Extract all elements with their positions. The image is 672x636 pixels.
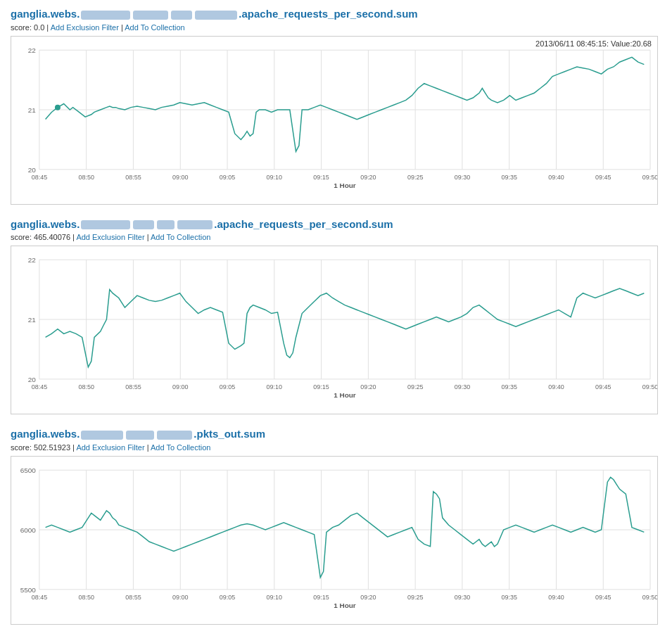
redacted-text: [81, 220, 130, 229]
x-label: 09:50: [642, 173, 657, 180]
add-exclusion-filter-link[interactable]: Add Exclusion Filter: [76, 233, 144, 241]
metric-title-suffix: .apache_requests_per_second.sum: [239, 8, 417, 20]
x-axis-label: 1 Hour: [334, 181, 356, 189]
x-label: 08:55: [125, 593, 141, 600]
metric-title: ganglia.webs..pkts_out.sum: [11, 427, 661, 441]
redacted-text: [195, 11, 237, 20]
x-label: 09:00: [172, 593, 188, 600]
y-label: 20: [28, 165, 37, 173]
chart-svg: 650060005500 08:4508:5008:5509:0009:0509…: [11, 457, 657, 624]
redacted-text: [81, 431, 123, 440]
x-label: 09:00: [172, 173, 188, 180]
add-exclusion-filter-link[interactable]: Add Exclusion Filter: [76, 443, 144, 452]
x-label: 09:10: [267, 593, 282, 600]
chart-container: 2013/06/11 08:45:15: Value:20.68 222120 …: [11, 36, 658, 205]
x-label: 09:15: [313, 173, 329, 180]
x-label: 09:25: [407, 383, 423, 390]
x-label: 08:45: [32, 173, 47, 180]
x-label: 09:40: [548, 383, 564, 390]
metric-title: ganglia.webs..apache_requests_per_second…: [11, 7, 661, 21]
metric-block-metric3: ganglia.webs..pkts_out.sum score: 502.51…: [11, 427, 661, 625]
x-label: 09:30: [455, 593, 470, 600]
x-label: 08:55: [125, 383, 141, 390]
chart-container: 650060005500 08:4508:5008:5509:0009:0509…: [11, 456, 658, 625]
metric-score: score: 502.51923 | Add Exclusion Filter …: [11, 443, 661, 452]
metric-block-metric1: ganglia.webs..apache_requests_per_second…: [11, 7, 661, 205]
x-label: 09:25: [407, 593, 423, 600]
x-label: 08:50: [78, 593, 94, 600]
chart-tooltip: 2013/06/11 08:45:15: Value:20.68: [535, 39, 652, 48]
x-label: 09:45: [595, 593, 611, 600]
add-to-collection-link[interactable]: Add To Collection: [125, 23, 184, 32]
redacted-text: [157, 220, 175, 229]
y-label: 21: [28, 316, 37, 324]
x-label: 09:45: [595, 383, 611, 390]
x-axis-label: 1 Hour: [334, 391, 356, 399]
add-to-collection-link[interactable]: Add To Collection: [151, 443, 210, 452]
x-label: 09:10: [267, 383, 282, 390]
x-label: 09:35: [501, 383, 516, 390]
x-label: 09:50: [642, 593, 657, 600]
x-label: 09:40: [548, 173, 564, 180]
y-label: 22: [28, 256, 37, 264]
metric-score: score: 465.40076 | Add Exclusion Filter …: [11, 233, 661, 241]
x-label: 09:40: [548, 593, 564, 600]
chart-svg: 222120 08:4508:5008:5509:0009:0509:1009:…: [11, 246, 657, 414]
x-label: 09:05: [220, 173, 235, 180]
x-label: 09:10: [267, 173, 282, 180]
redacted-text: [157, 431, 192, 440]
score-value: 502.51923: [34, 443, 70, 452]
y-label: 22: [28, 46, 37, 54]
x-label: 09:15: [313, 383, 329, 390]
metric-title-prefix: ganglia.webs.: [11, 218, 80, 230]
y-label: 20: [28, 376, 37, 383]
chart-line: [46, 57, 645, 151]
svg-point-17: [55, 104, 61, 110]
y-label: 6500: [20, 466, 37, 474]
metric-title-suffix: .apache_requests_per_second.sum: [214, 218, 393, 230]
metric-title: ganglia.webs..apache_requests_per_second…: [11, 217, 661, 231]
x-label: 09:20: [360, 383, 376, 390]
y-label: 21: [28, 106, 37, 114]
chart-line: [46, 477, 645, 577]
x-label: 09:35: [501, 173, 516, 180]
y-label: 5500: [20, 585, 37, 593]
x-label: 09:05: [220, 593, 235, 600]
x-label: 09:20: [360, 593, 376, 600]
x-axis-label: 1 Hour: [334, 601, 356, 609]
x-label: 09:45: [595, 173, 611, 180]
score-value: 465.40076: [34, 233, 70, 241]
redacted-text: [177, 220, 213, 229]
redacted-text: [133, 11, 168, 20]
metric-title-suffix: .pkts_out.sum: [194, 428, 265, 440]
metric-title-prefix: ganglia.webs.: [11, 8, 80, 20]
x-label: 08:45: [32, 593, 47, 600]
x-label: 09:20: [360, 173, 376, 180]
x-label: 09:35: [501, 593, 516, 600]
score-value: 0.0: [34, 23, 44, 32]
x-label: 09:05: [220, 383, 235, 390]
x-label: 08:45: [32, 383, 47, 390]
redacted-text: [126, 431, 154, 440]
x-label: 08:50: [78, 383, 94, 390]
x-label: 08:50: [78, 173, 94, 180]
chart-container: 222120 08:4508:5008:5509:0009:0509:1009:…: [11, 246, 658, 414]
x-label: 09:25: [407, 173, 423, 180]
chart-svg: 222120 08:4508:5008:5509:0009:0509:1009:…: [11, 37, 657, 204]
x-label: 09:30: [455, 383, 470, 390]
x-label: 08:55: [125, 173, 141, 180]
redacted-text: [81, 11, 130, 20]
redacted-text: [171, 11, 192, 20]
x-label: 09:50: [642, 383, 657, 390]
x-label: 09:30: [455, 173, 470, 180]
chart-line: [46, 288, 645, 367]
metric-score: score: 0.0 | Add Exclusion Filter | Add …: [11, 23, 661, 32]
y-label: 6000: [20, 526, 37, 534]
add-to-collection-link[interactable]: Add To Collection: [151, 233, 210, 241]
redacted-text: [133, 220, 154, 229]
metric-title-prefix: ganglia.webs.: [11, 428, 80, 440]
add-exclusion-filter-link[interactable]: Add Exclusion Filter: [51, 23, 119, 32]
x-label: 09:00: [172, 383, 188, 390]
x-label: 09:15: [313, 593, 329, 600]
metric-block-metric2: ganglia.webs..apache_requests_per_second…: [11, 217, 661, 415]
